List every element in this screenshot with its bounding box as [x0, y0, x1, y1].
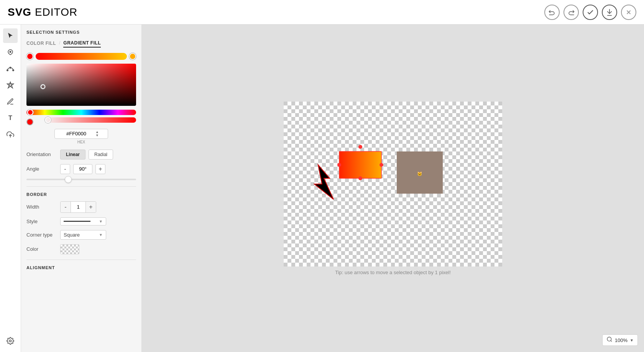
corner-label: Corner type — [26, 232, 57, 238]
header: SVG EDITOR — [0, 0, 644, 25]
width-input-group: - + — [60, 201, 96, 213]
selected-rectangle[interactable] — [339, 151, 381, 178]
left-toolbar: T — [0, 25, 21, 352]
gradient-stop-left[interactable] — [26, 53, 33, 60]
angle-input[interactable] — [73, 164, 92, 174]
sel-handle-left[interactable] — [337, 163, 341, 167]
canvas-wrap: 🐱 — [284, 102, 502, 275]
main-layout: T SELECTION SETTINGS COLOR FILL / GRADIE… — [0, 25, 644, 352]
border-color-label: Color — [26, 246, 57, 252]
style-dropdown[interactable]: ▼ — [60, 217, 106, 225]
angle-plus-button[interactable]: + — [95, 164, 105, 174]
zoom-icon — [606, 336, 613, 344]
text-tool[interactable]: T — [3, 111, 18, 125]
gradient-bar[interactable] — [36, 53, 127, 60]
corner-chevron: ▼ — [99, 233, 103, 237]
style-row: Style ▼ — [26, 217, 136, 225]
settings-tool[interactable] — [3, 334, 18, 348]
angle-row: Angle - + — [26, 164, 136, 174]
redo-button[interactable] — [564, 5, 579, 20]
sel-handle-top[interactable] — [358, 145, 362, 149]
select-tool[interactable] — [3, 28, 18, 43]
sel-handle-bottom[interactable] — [358, 176, 362, 180]
border-section: BORDER Width - + Style ▼ — [26, 192, 136, 254]
alpha-row — [26, 117, 136, 127]
alpha-slider[interactable] — [44, 117, 136, 123]
fill-tabs: COLOR FILL / GRADIENT FILL — [26, 39, 136, 48]
style-line-preview — [64, 221, 90, 222]
confirm-button[interactable] — [583, 5, 598, 20]
corner-type-row: Corner type Square ▼ — [26, 230, 136, 240]
sidebar-panel: SELECTION SETTINGS COLOR FILL / GRADIENT… — [21, 25, 142, 352]
alpha-thumb[interactable] — [45, 117, 51, 123]
angle-slider-row — [26, 179, 136, 180]
width-plus-btn[interactable]: + — [86, 202, 96, 212]
linear-button[interactable]: Linear — [60, 150, 85, 160]
download-button[interactable] — [602, 5, 617, 20]
svg-point-3 — [10, 51, 11, 53]
close-button[interactable] — [621, 5, 636, 20]
shape-tool[interactable] — [3, 78, 18, 92]
pen-tool[interactable] — [3, 94, 18, 109]
upload-tool[interactable] — [3, 127, 18, 142]
corner-value: Square — [64, 232, 80, 238]
panel-section-title: SELECTION SETTINGS — [26, 30, 136, 35]
hex-spinner: ▲ ▼ — [95, 130, 99, 137]
path-tool[interactable] — [3, 61, 18, 76]
style-label: Style — [26, 219, 57, 224]
border-color-row: Color — [26, 244, 136, 254]
width-minus-btn[interactable]: - — [61, 202, 71, 212]
zoom-bar: 100% ▼ — [602, 334, 638, 346]
width-input[interactable] — [71, 202, 86, 212]
angle-slider[interactable] — [26, 179, 136, 180]
orientation-label: Orientation — [26, 151, 57, 157]
sel-handle-right[interactable] — [380, 163, 383, 167]
hex-row: ▲ ▼ HEX — [26, 129, 136, 144]
corner-dropdown[interactable]: Square ▼ — [60, 230, 106, 240]
section-divider-2 — [26, 260, 136, 260]
canvas-tip: Tip: use arrows to move a selected objec… — [284, 270, 502, 275]
alignment-title: ALIGNMENT — [26, 265, 136, 270]
color-picker-thumb[interactable] — [41, 84, 45, 89]
canvas-area: 🐱 — [142, 25, 644, 352]
hex-input[interactable] — [57, 131, 95, 137]
app-title: SVG EDITOR — [8, 6, 77, 18]
svg-canvas[interactable]: 🐱 — [284, 102, 502, 266]
angle-label: Angle — [26, 166, 57, 172]
angle-minus-button[interactable]: - — [60, 164, 70, 174]
canvas-svg: 🐱 — [284, 102, 502, 266]
border-title: BORDER — [26, 192, 136, 197]
gradient-fill-tab[interactable]: GRADIENT FILL — [63, 39, 101, 48]
hue-slider[interactable] — [26, 110, 136, 115]
paint-tool[interactable] — [3, 45, 18, 59]
orientation-row: Orientation Linear Radial — [26, 150, 136, 160]
hex-down-btn[interactable]: ▼ — [95, 134, 99, 137]
svg-text:🐱: 🐱 — [417, 171, 422, 176]
zoom-value: 100% — [615, 337, 628, 343]
hex-input-wrap: ▲ ▼ — [54, 129, 108, 139]
svg-point-9 — [10, 340, 12, 342]
style-chevron: ▼ — [99, 219, 103, 224]
width-label: Width — [26, 204, 57, 210]
svg-point-5 — [13, 70, 14, 71]
radial-button[interactable]: Radial — [89, 150, 113, 160]
header-actions — [544, 5, 636, 20]
zoom-chevron[interactable]: ▼ — [630, 338, 634, 342]
undo-button[interactable] — [544, 5, 560, 20]
svg-point-4 — [7, 70, 8, 71]
color-picker-area[interactable] — [26, 64, 136, 106]
svg-marker-7 — [7, 82, 14, 88]
svg-point-6 — [10, 67, 11, 68]
hex-label: HEX — [77, 140, 85, 144]
svg-point-23 — [607, 337, 611, 341]
color-fill-tab[interactable]: COLOR FILL — [26, 39, 56, 48]
hue-thumb[interactable] — [27, 109, 33, 115]
section-divider — [26, 186, 136, 187]
border-color-swatch[interactable] — [60, 244, 79, 254]
width-row: Width - + — [26, 201, 136, 213]
svg-line-24 — [611, 340, 612, 342]
gradient-stop-right[interactable] — [129, 53, 136, 60]
hue-color-swatch — [26, 118, 33, 125]
gradient-bar-row — [26, 53, 136, 60]
angle-slider-thumb[interactable] — [65, 176, 72, 183]
